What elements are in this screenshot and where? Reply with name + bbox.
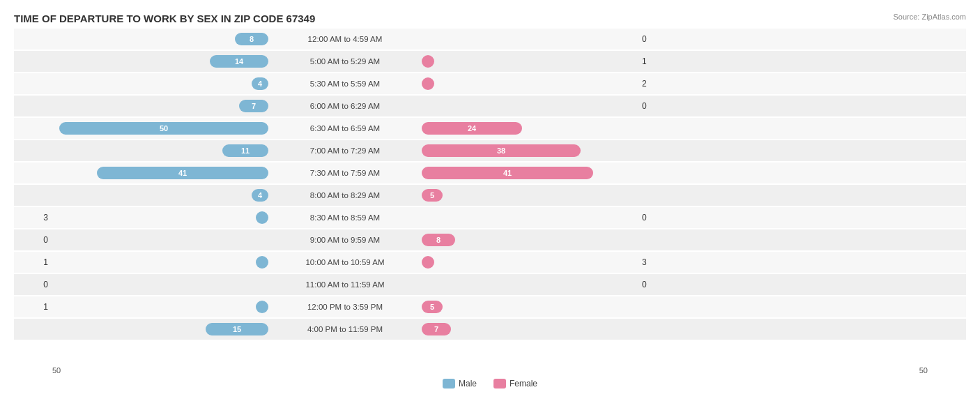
chart-row: 4 5:30 AM to 5:59 AM 2 bbox=[14, 73, 966, 94]
male-bar-area: 4 bbox=[52, 77, 268, 90]
time-label: 5:00 AM to 5:29 AM bbox=[268, 57, 422, 66]
male-bar-area: 11 bbox=[52, 144, 268, 157]
time-label: 6:00 AM to 6:29 AM bbox=[268, 102, 422, 110]
time-label: 6:30 AM to 6:59 AM bbox=[268, 124, 422, 133]
female-bar: 5 bbox=[422, 189, 443, 202]
female-bar: 8 bbox=[422, 234, 455, 246]
source-label: Source: ZipAtlas.com bbox=[893, 13, 966, 21]
female-bar-area: 5 bbox=[422, 301, 638, 313]
male-bar bbox=[256, 256, 268, 269]
axis-labels: 50 50 bbox=[14, 366, 966, 375]
male-bar: 7 bbox=[239, 100, 268, 112]
female-value: 2 bbox=[638, 79, 676, 89]
chart-row: 8 12:00 AM to 4:59 AM 0 bbox=[14, 29, 966, 50]
female-bar-area bbox=[422, 55, 638, 68]
time-label: 10:00 AM to 10:59 AM bbox=[268, 258, 422, 266]
male-bar: 11 bbox=[222, 144, 268, 157]
female-bar: 7 bbox=[422, 323, 451, 335]
male-bar-area bbox=[52, 256, 268, 269]
female-bar-area: 5 bbox=[422, 189, 638, 202]
female-bar-area: 8 bbox=[422, 234, 638, 246]
female-bar-area: 7 bbox=[422, 323, 638, 335]
time-label: 8:30 AM to 8:59 AM bbox=[268, 213, 422, 222]
female-bar-area: 41 bbox=[422, 167, 638, 179]
chart-row: 50 6:30 AM to 6:59 AM 24 bbox=[14, 118, 966, 139]
male-value: 0 bbox=[14, 280, 52, 289]
male-bar: 8 bbox=[235, 33, 268, 45]
male-bar: 15 bbox=[206, 323, 268, 335]
chart-area: 8 12:00 AM to 4:59 AM 0 14 5:00 AM to 5:… bbox=[14, 29, 966, 365]
chart-row: 0 11:00 AM to 11:59 AM 0 bbox=[14, 274, 966, 295]
female-bar: 5 bbox=[422, 301, 443, 313]
female-value: 0 bbox=[638, 213, 676, 222]
male-bar-area: 7 bbox=[52, 100, 268, 112]
female-value: 3 bbox=[638, 257, 676, 267]
time-label: 9:00 AM to 9:59 AM bbox=[268, 236, 422, 244]
male-bar: 14 bbox=[210, 55, 268, 68]
time-label: 8:00 AM to 8:29 AM bbox=[268, 191, 422, 199]
chart-row: 41 7:30 AM to 7:59 AM 41 bbox=[14, 163, 966, 183]
legend-male: Male bbox=[443, 379, 477, 388]
male-bar-area: 4 bbox=[52, 189, 268, 202]
male-bar-area: 15 bbox=[52, 323, 268, 335]
female-value: 1 bbox=[638, 56, 676, 66]
female-bar: 24 bbox=[422, 122, 522, 135]
male-bar: 41 bbox=[97, 167, 268, 179]
chart-legend: Male Female bbox=[14, 379, 966, 388]
female-bar bbox=[422, 256, 434, 269]
male-value: 0 bbox=[14, 235, 52, 245]
female-value: 0 bbox=[638, 34, 676, 44]
axis-right-value: 50 bbox=[919, 366, 928, 375]
time-label: 5:30 AM to 5:59 AM bbox=[268, 80, 422, 88]
time-label: 4:00 PM to 11:59 PM bbox=[268, 325, 422, 333]
female-bar-area bbox=[422, 256, 638, 269]
male-bar bbox=[256, 211, 268, 224]
male-bar-area: 50 bbox=[52, 122, 268, 135]
legend-male-label: Male bbox=[459, 379, 477, 388]
female-bar bbox=[422, 77, 434, 90]
axis-left-value: 50 bbox=[52, 366, 61, 375]
male-bar: 4 bbox=[252, 77, 268, 90]
male-bar-area: 41 bbox=[52, 167, 268, 179]
female-bar: 41 bbox=[422, 167, 593, 179]
legend-female: Female bbox=[493, 379, 537, 388]
chart-row: 14 5:00 AM to 5:29 AM 1 bbox=[14, 51, 966, 72]
male-bar-area bbox=[52, 301, 268, 313]
legend-female-box bbox=[493, 379, 506, 388]
female-bar: 38 bbox=[422, 144, 581, 157]
female-bar-area: 24 bbox=[422, 122, 638, 135]
male-bar bbox=[256, 301, 268, 313]
chart-row: 4 8:00 AM to 8:29 AM 5 bbox=[14, 185, 966, 206]
male-value: 1 bbox=[14, 257, 52, 267]
time-label: 12:00 PM to 3:59 PM bbox=[268, 303, 422, 311]
chart-row: 15 4:00 PM to 11:59 PM 7 bbox=[14, 319, 966, 340]
female-bar bbox=[422, 55, 434, 68]
legend-female-label: Female bbox=[510, 379, 537, 388]
female-bar-area bbox=[422, 77, 638, 90]
male-value: 3 bbox=[14, 213, 52, 222]
chart-row: 0 9:00 AM to 9:59 AM 8 bbox=[14, 229, 966, 250]
time-label: 12:00 AM to 4:59 AM bbox=[268, 35, 422, 43]
chart-container: TIME OF DEPARTURE TO WORK BY SEX IN ZIP … bbox=[0, 0, 980, 415]
female-bar-area: 38 bbox=[422, 144, 638, 157]
time-label: 7:30 AM to 7:59 AM bbox=[268, 169, 422, 177]
time-label: 11:00 AM to 11:59 AM bbox=[268, 280, 422, 289]
male-bar: 4 bbox=[252, 189, 268, 202]
female-value: 0 bbox=[638, 101, 676, 111]
chart-row: 7 6:00 AM to 6:29 AM 0 bbox=[14, 96, 966, 116]
male-bar-area bbox=[52, 211, 268, 224]
male-value: 1 bbox=[14, 302, 52, 312]
chart-row: 1 10:00 AM to 10:59 AM 3 bbox=[14, 252, 966, 273]
chart-row: 11 7:00 AM to 7:29 AM 38 bbox=[14, 140, 966, 161]
time-label: 7:00 AM to 7:29 AM bbox=[268, 146, 422, 155]
male-bar: 50 bbox=[59, 122, 268, 135]
chart-row: 1 12:00 PM to 3:59 PM 5 bbox=[14, 296, 966, 317]
chart-title: TIME OF DEPARTURE TO WORK BY SEX IN ZIP … bbox=[14, 13, 966, 24]
legend-male-box bbox=[443, 379, 455, 388]
chart-row: 3 8:30 AM to 8:59 AM 0 bbox=[14, 207, 966, 228]
male-bar-area: 8 bbox=[52, 33, 268, 45]
male-bar-area: 14 bbox=[52, 55, 268, 68]
female-value: 0 bbox=[638, 280, 676, 289]
